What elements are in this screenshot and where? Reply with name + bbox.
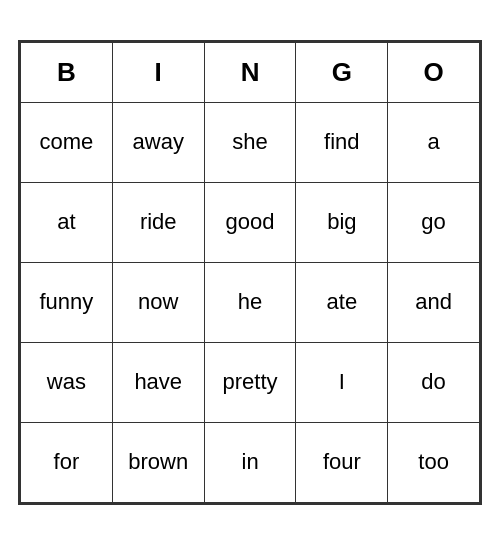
cell-0-1: away <box>112 102 204 182</box>
table-row: was have pretty I do <box>21 342 480 422</box>
cell-2-0: funny <box>21 262 113 342</box>
cell-4-4: too <box>388 422 480 502</box>
cell-0-4: a <box>388 102 480 182</box>
cell-1-2: good <box>204 182 296 262</box>
cell-4-0: for <box>21 422 113 502</box>
cell-4-1: brown <box>112 422 204 502</box>
cell-3-3: I <box>296 342 388 422</box>
cell-0-0: come <box>21 102 113 182</box>
header-n: N <box>204 42 296 102</box>
cell-1-0: at <box>21 182 113 262</box>
cell-2-3: ate <box>296 262 388 342</box>
cell-2-2: he <box>204 262 296 342</box>
cell-3-4: do <box>388 342 480 422</box>
header-o: O <box>388 42 480 102</box>
table-row: funny now he ate and <box>21 262 480 342</box>
cell-0-3: find <box>296 102 388 182</box>
bingo-card: B I N G O come away she find a at ride g… <box>18 40 482 505</box>
cell-0-2: she <box>204 102 296 182</box>
cell-2-4: and <box>388 262 480 342</box>
cell-1-3: big <box>296 182 388 262</box>
table-row: for brown in four too <box>21 422 480 502</box>
cell-3-1: have <box>112 342 204 422</box>
cell-1-4: go <box>388 182 480 262</box>
cell-4-3: four <box>296 422 388 502</box>
cell-3-2: pretty <box>204 342 296 422</box>
header-b: B <box>21 42 113 102</box>
header-g: G <box>296 42 388 102</box>
cell-3-0: was <box>21 342 113 422</box>
table-row: come away she find a <box>21 102 480 182</box>
cell-4-2: in <box>204 422 296 502</box>
table-row: at ride good big go <box>21 182 480 262</box>
header-i: I <box>112 42 204 102</box>
cell-2-1: now <box>112 262 204 342</box>
bingo-table: B I N G O come away she find a at ride g… <box>20 42 480 503</box>
header-row: B I N G O <box>21 42 480 102</box>
cell-1-1: ride <box>112 182 204 262</box>
